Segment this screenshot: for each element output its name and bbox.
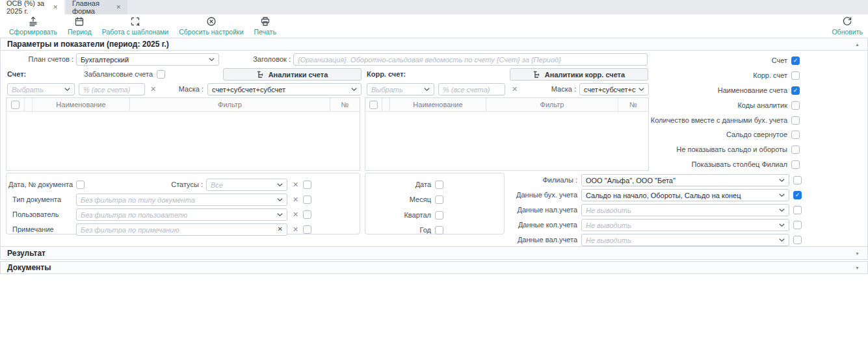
mask-label: Маска : bbox=[157, 83, 204, 95]
branches-checkbox[interactable] bbox=[793, 176, 802, 184]
corr-account-analytics-button[interactable]: Аналитики корр. счета bbox=[510, 68, 648, 81]
toolbar: Сформировать Период Работа с шаблонами С… bbox=[0, 14, 868, 38]
quantity-data-checkbox[interactable] bbox=[793, 221, 802, 229]
option-corr-account: Корр. счет bbox=[753, 69, 800, 82]
clear-account-icon[interactable]: ✕ bbox=[150, 83, 156, 95]
tax-data-select[interactable]: Не выводить bbox=[581, 204, 789, 216]
period-quarter-checkbox[interactable] bbox=[435, 211, 443, 220]
header-label: Заголовок : bbox=[248, 53, 291, 66]
corr-account-checkbox[interactable] bbox=[791, 71, 800, 80]
chevron-down-icon bbox=[779, 194, 785, 197]
clear-statuses-icon[interactable]: ✕ bbox=[293, 179, 298, 191]
clear-note-icon[interactable]: ✕ bbox=[293, 223, 298, 236]
filter-column-header[interactable]: Фильтр bbox=[130, 98, 330, 111]
report-title-input[interactable] bbox=[293, 53, 648, 66]
collapse-down-icon[interactable]: ▼ bbox=[855, 266, 860, 270]
option-quantity: Количество вместе с данными бух. учета bbox=[651, 114, 800, 127]
corr-accounts-table: Наименование Фильтр № bbox=[365, 97, 649, 171]
refresh-button[interactable]: Обновить bbox=[832, 16, 863, 36]
name-column-header[interactable]: Наименование bbox=[390, 98, 486, 111]
note-actions: ✕ bbox=[293, 223, 311, 236]
statuses-checkbox[interactable] bbox=[303, 181, 311, 189]
user-select[interactable]: Без фильтра по пользователю bbox=[76, 208, 287, 221]
generate-button[interactable]: Сформировать bbox=[9, 16, 57, 36]
branch-column-checkbox[interactable] bbox=[791, 160, 800, 169]
account-select[interactable]: Выбрать bbox=[7, 83, 75, 95]
filter-column-header[interactable]: Фильтр bbox=[486, 98, 618, 111]
offbalance-checkbox[interactable] bbox=[157, 70, 165, 79]
branches-select[interactable]: ООО "Альфа", ООО "Бета" bbox=[581, 174, 789, 186]
result-section-header[interactable]: Результат ▼ bbox=[0, 246, 868, 260]
select-all-checkbox[interactable] bbox=[11, 101, 20, 109]
refresh-icon bbox=[842, 16, 852, 27]
tax-data-checkbox[interactable] bbox=[793, 206, 802, 214]
corr-accounts-table-body[interactable] bbox=[365, 112, 648, 170]
quantity-data-select[interactable]: Не выводить bbox=[581, 219, 789, 231]
number-column-header[interactable]: № bbox=[330, 98, 360, 111]
close-icon[interactable]: ✕ bbox=[116, 4, 121, 10]
corr-account-select[interactable]: Выбрать bbox=[367, 83, 434, 95]
corr-mask-select[interactable]: счет+субсчет+субс bbox=[579, 83, 649, 95]
tab-main-form[interactable]: Главная форма ✕ bbox=[66, 0, 127, 14]
clear-corr-account-icon[interactable]: ✕ bbox=[512, 83, 518, 95]
note-checkbox[interactable] bbox=[303, 225, 311, 234]
doc-type-checkbox[interactable] bbox=[303, 195, 311, 204]
collapsed-balance-checkbox[interactable] bbox=[791, 131, 800, 139]
documents-section-header[interactable]: Документы ▼ bbox=[0, 261, 868, 274]
template-frame-icon bbox=[130, 16, 140, 27]
account-checkbox[interactable] bbox=[791, 57, 800, 65]
date-number-checkbox[interactable] bbox=[76, 181, 85, 189]
print-button[interactable]: Печать bbox=[254, 16, 276, 36]
note-input[interactable] bbox=[76, 223, 287, 236]
tab-bar: ОСВ (%) за 2025 г. ✕ Главная форма ✕ bbox=[0, 0, 868, 14]
chart-of-accounts-select[interactable]: Бухгалтерский bbox=[76, 53, 219, 66]
number-column-header[interactable]: № bbox=[618, 98, 648, 111]
period-month-group: Месяц bbox=[365, 194, 443, 206]
period-year-group: Год bbox=[365, 224, 443, 236]
documents-section-title: Документы bbox=[7, 263, 51, 272]
params-section-header[interactable]: Параметры и показатели (период: 2025 г.)… bbox=[0, 38, 868, 51]
collapse-up-icon[interactable]: ▲ bbox=[855, 42, 860, 47]
period-year-checkbox[interactable] bbox=[435, 226, 443, 234]
clear-doc-type-icon[interactable]: ✕ bbox=[293, 194, 298, 206]
doc-type-select[interactable]: Без фильтра по типу документа bbox=[76, 194, 287, 206]
offbalance-label: Забалансовые счета bbox=[84, 68, 153, 81]
account-analytics-button[interactable]: Аналитики счета bbox=[223, 68, 362, 81]
templates-button[interactable]: Работа с шаблонами bbox=[102, 16, 168, 36]
hide-balance-checkbox[interactable] bbox=[791, 145, 800, 154]
select-all-checkbox[interactable] bbox=[369, 101, 378, 109]
plan-label: План счетов : bbox=[1, 53, 73, 66]
user-checkbox[interactable] bbox=[303, 210, 311, 219]
analytics-codes-checkbox[interactable] bbox=[791, 101, 800, 110]
period-quarter-group: Квартал bbox=[365, 209, 443, 221]
accounting-data-select[interactable]: Сальдо на начало, Обороты, Сальдо на кон… bbox=[581, 189, 789, 201]
currency-data-checkbox[interactable] bbox=[793, 236, 802, 244]
corr-account-mask-input[interactable] bbox=[438, 83, 505, 95]
close-icon[interactable]: ✕ bbox=[53, 4, 58, 10]
chevron-down-icon bbox=[779, 223, 785, 227]
clear-user-icon[interactable]: ✕ bbox=[293, 208, 298, 221]
document-filter-panel: Дата, № документа Статусы : Все ✕ Тип до… bbox=[6, 173, 360, 234]
option-branch-column: Показывать столбец Филиал bbox=[692, 158, 800, 171]
quantity-checkbox[interactable] bbox=[791, 116, 800, 125]
accounting-data-checkbox[interactable] bbox=[793, 191, 802, 199]
mask-select[interactable]: счет+субсчет+субсчет bbox=[207, 83, 362, 95]
app-window: ОСВ (%) за 2025 г. ✕ Главная форма ✕ Сфо… bbox=[0, 0, 868, 352]
tab-osv-2025[interactable]: ОСВ (%) за 2025 г. ✕ bbox=[0, 0, 64, 14]
accounts-table-body[interactable] bbox=[7, 112, 360, 170]
calendar-icon bbox=[74, 16, 85, 27]
clear-note-inline-icon[interactable]: ✕ bbox=[278, 225, 283, 233]
period-month-checkbox[interactable] bbox=[435, 195, 443, 204]
tab-label: Главная форма bbox=[72, 0, 111, 15]
name-column-header[interactable]: Наименование bbox=[33, 98, 130, 111]
collapse-down-icon[interactable]: ▼ bbox=[855, 251, 860, 255]
account-mask-input[interactable] bbox=[79, 83, 145, 95]
reset-settings-button[interactable]: Сбросить настройки bbox=[179, 16, 243, 36]
period-button[interactable]: Период bbox=[68, 16, 92, 36]
period-date-checkbox[interactable] bbox=[435, 181, 443, 189]
printer-icon bbox=[260, 16, 270, 27]
currency-data-select[interactable]: Не выводить bbox=[581, 234, 789, 246]
statuses-select[interactable]: Все bbox=[206, 179, 287, 191]
account-name-checkbox[interactable] bbox=[791, 86, 800, 95]
option-account: Счет bbox=[772, 55, 800, 67]
